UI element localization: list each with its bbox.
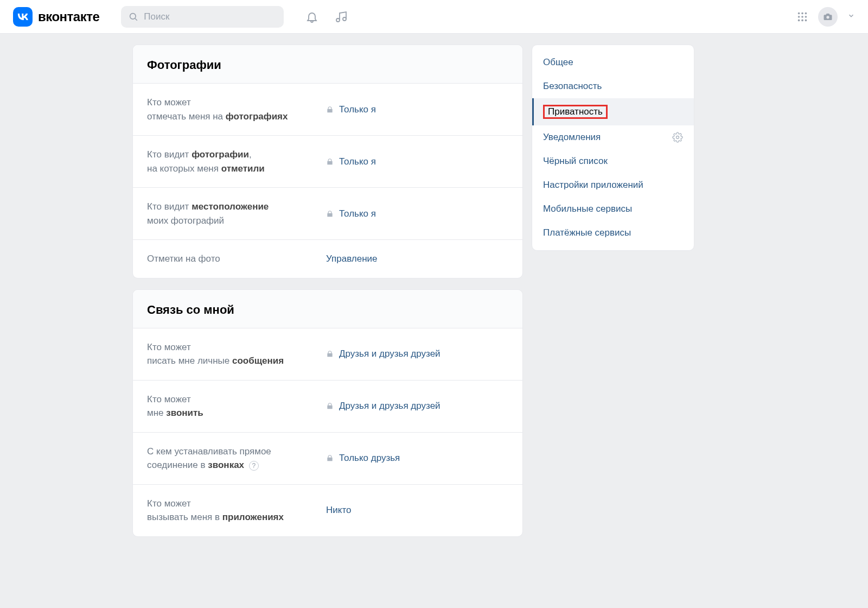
lock-icon (326, 158, 334, 166)
music-icon[interactable] (335, 10, 348, 23)
sidebar-item-6[interactable]: Мобильные сервисы (532, 197, 694, 221)
setting-value[interactable]: Друзья и друзья друзей (326, 401, 441, 411)
card-title: Связь со мной (133, 290, 522, 328)
setting-value-text: Только я (339, 104, 376, 115)
svg-point-11 (801, 19, 803, 21)
search-icon (129, 12, 138, 22)
setting-value[interactable]: Только я (326, 156, 376, 167)
lock-icon (326, 106, 334, 113)
setting-value-text: Только я (339, 156, 376, 167)
brand-text: вконтакте (38, 9, 99, 24)
svg-point-4 (798, 12, 800, 14)
sidebar-item-label: Мобильные сервисы (543, 204, 632, 214)
card-title: Фотографии (133, 45, 522, 84)
setting-value-text: Управление (326, 254, 378, 264)
setting-row: Кто можетотмечать меня на фотографияхТол… (133, 84, 522, 136)
setting-value[interactable]: Только я (326, 104, 376, 115)
setting-label: Кто можетмне звонить (147, 392, 326, 420)
highlight-box: Приватность (543, 105, 608, 119)
svg-point-17 (676, 136, 679, 139)
svg-point-10 (798, 19, 800, 21)
setting-value[interactable]: Друзья и друзья друзей (326, 349, 441, 359)
svg-point-7 (798, 16, 800, 18)
svg-point-5 (801, 12, 803, 14)
right-icons (796, 7, 855, 27)
setting-row: Отметки на фотоУправление (133, 240, 522, 278)
search-box[interactable] (121, 6, 284, 28)
sidebar-item-label: Платёжные сервисы (543, 227, 631, 238)
sidebar-item-2[interactable]: Приватность (532, 98, 694, 125)
sidebar-item-5[interactable]: Настройки приложений (532, 173, 694, 197)
apps-grid-icon[interactable] (796, 11, 808, 23)
setting-row: Кто можетмне звонитьДрузья и друзья друз… (133, 381, 522, 433)
setting-value[interactable]: Управление (326, 254, 378, 264)
setting-row: Кто видит фотографии,на которых меня отм… (133, 136, 522, 188)
setting-label: Кто видит местоположениемоих фотографий (147, 200, 326, 227)
svg-line-1 (135, 18, 137, 21)
settings-card: ФотографииКто можетотмечать меня на фото… (132, 45, 523, 278)
setting-value[interactable]: Никто (326, 505, 351, 516)
setting-label: Кто можетписать мне личные сообщения (147, 340, 326, 368)
setting-row: Кто можетписать мне личные сообщенияДруз… (133, 328, 522, 381)
main-column: ФотографииКто можетотмечать меня на фото… (132, 45, 523, 537)
setting-label: Кто можетотмечать меня на фотографиях (147, 96, 326, 123)
sidebar-item-label: Настройки приложений (543, 180, 643, 191)
setting-row: Кто видит местоположениемоих фотографийТ… (133, 188, 522, 240)
setting-value[interactable]: Только друзья (326, 453, 400, 464)
search-input[interactable] (144, 11, 276, 22)
setting-value-text: Только друзья (339, 453, 400, 464)
avatar[interactable] (818, 7, 838, 27)
gear-icon[interactable] (672, 132, 683, 143)
sidebar-item-label: Чёрный список (543, 156, 608, 167)
top-icons (305, 10, 348, 23)
settings-sidebar: ОбщееБезопасностьПриватностьУведомленияЧ… (532, 45, 694, 251)
bell-icon[interactable] (305, 10, 318, 23)
topbar: вконтакте (0, 0, 868, 34)
svg-point-8 (801, 16, 803, 18)
sidebar-item-label: Приватность (548, 106, 603, 117)
sidebar-item-3[interactable]: Уведомления (532, 125, 694, 149)
setting-label: С кем устанавливать прямоесоединение в з… (147, 445, 326, 472)
setting-value-text: Друзья и друзья друзей (339, 401, 441, 411)
svg-point-6 (805, 12, 807, 14)
setting-value-text: Друзья и друзья друзей (339, 349, 441, 359)
setting-value-text: Никто (326, 505, 351, 516)
settings-card: Связь со мнойКто можетписать мне личные … (132, 289, 523, 537)
sidebar-item-label: Безопасность (543, 81, 602, 92)
sidebar-item-0[interactable]: Общее (532, 50, 694, 74)
sidebar-item-4[interactable]: Чёрный список (532, 149, 694, 173)
setting-label: Кто можетвызывать меня в приложениях (147, 497, 326, 524)
svg-point-3 (343, 17, 346, 21)
svg-point-9 (805, 16, 807, 18)
sidebar-item-7[interactable]: Платёжные сервисы (532, 221, 694, 245)
svg-point-2 (336, 18, 340, 22)
setting-label: Отметки на фото (147, 252, 326, 266)
sidebar-item-label: Общее (543, 57, 573, 68)
setting-row: Кто можетвызывать меня в приложенияхНикт… (133, 485, 522, 536)
logo[interactable]: вконтакте (13, 7, 99, 27)
setting-label: Кто видит фотографии,на которых меня отм… (147, 148, 326, 175)
sidebar-item-1[interactable]: Безопасность (532, 74, 694, 98)
svg-point-13 (826, 16, 829, 18)
lock-icon (326, 350, 334, 358)
svg-point-0 (130, 13, 136, 19)
logo-badge (13, 7, 33, 27)
sidebar-item-label: Уведомления (543, 132, 601, 143)
chevron-down-icon[interactable] (847, 12, 855, 22)
lock-icon (326, 210, 334, 218)
lock-icon (326, 402, 334, 410)
setting-row: С кем устанавливать прямоесоединение в з… (133, 433, 522, 485)
lock-icon (326, 454, 334, 462)
setting-value-text: Только я (339, 208, 376, 219)
svg-point-12 (805, 19, 807, 21)
setting-value[interactable]: Только я (326, 208, 376, 219)
